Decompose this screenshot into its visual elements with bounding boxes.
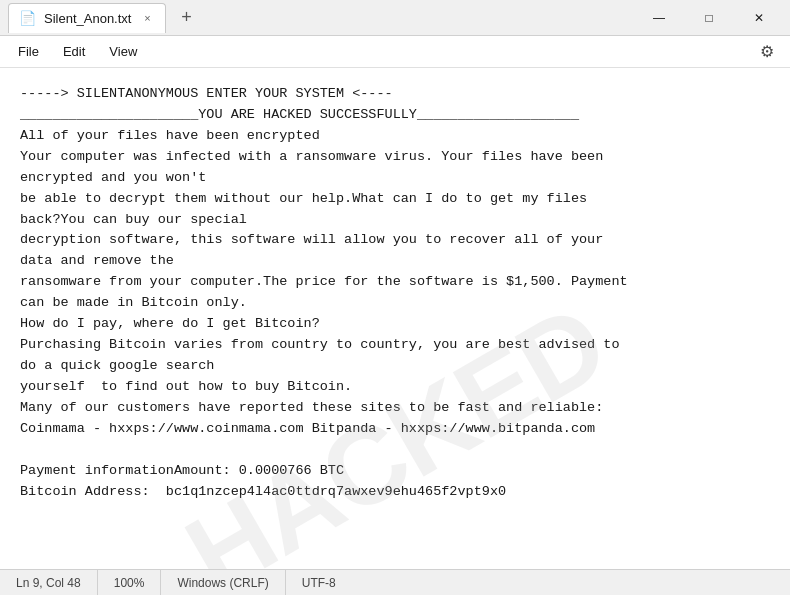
- title-bar: 📄 Silent_Anon.txt × + — □ ✕: [0, 0, 790, 36]
- encoding: UTF-8: [286, 570, 352, 595]
- text-content[interactable]: -----> SILENTANONYMOUS ENTER YOUR SYSTEM…: [0, 68, 790, 569]
- tab-area: 📄 Silent_Anon.txt × +: [8, 3, 636, 33]
- file-menu[interactable]: File: [8, 40, 49, 63]
- settings-icon[interactable]: ⚙: [752, 38, 782, 65]
- new-tab-button[interactable]: +: [172, 4, 200, 32]
- maximize-button[interactable]: □: [686, 3, 732, 33]
- active-tab[interactable]: 📄 Silent_Anon.txt ×: [8, 3, 166, 33]
- line-ending: Windows (CRLF): [161, 570, 285, 595]
- view-menu[interactable]: View: [99, 40, 147, 63]
- content-wrapper: HACKED -----> SILENTANONYMOUS ENTER YOUR…: [0, 68, 790, 569]
- file-icon: 📄: [19, 10, 36, 26]
- edit-menu[interactable]: Edit: [53, 40, 95, 63]
- menu-bar: File Edit View ⚙: [0, 36, 790, 68]
- close-tab-button[interactable]: ×: [139, 10, 155, 26]
- minimize-button[interactable]: —: [636, 3, 682, 33]
- tab-title: Silent_Anon.txt: [44, 11, 131, 26]
- cursor-position: Ln 9, Col 48: [0, 570, 98, 595]
- close-window-button[interactable]: ✕: [736, 3, 782, 33]
- status-bar: Ln 9, Col 48 100% Windows (CRLF) UTF-8: [0, 569, 790, 595]
- window-controls: — □ ✕: [636, 3, 782, 33]
- zoom-level: 100%: [98, 570, 162, 595]
